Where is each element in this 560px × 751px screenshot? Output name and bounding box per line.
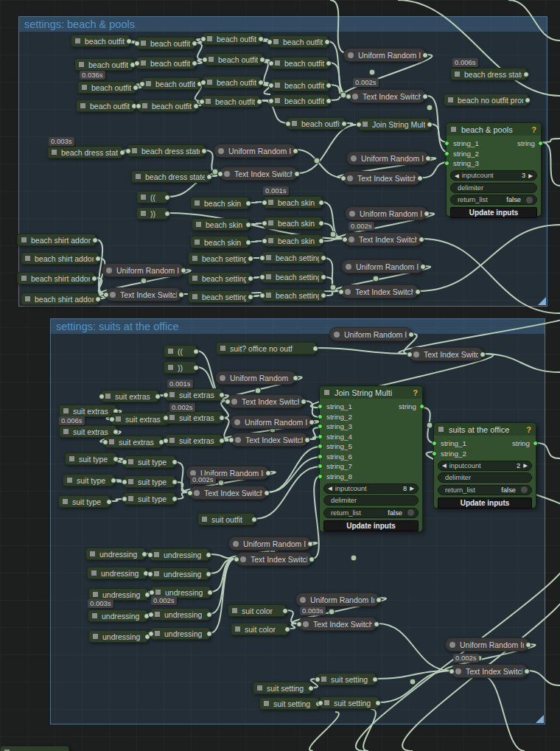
collapse-box-icon[interactable] (324, 700, 329, 705)
collapse-box-icon[interactable] (63, 499, 68, 504)
suit-type-node[interactable]: suit type (124, 492, 175, 505)
input-dot[interactable] (134, 41, 140, 46)
collapse-box-icon[interactable] (128, 496, 133, 501)
beach-outfit-node[interactable]: beach outfit (287, 117, 345, 130)
text-index-switch-node[interactable]: Text Index Switch (231, 433, 308, 447)
reroute-dot[interactable] (218, 480, 224, 486)
suit-type-node[interactable]: suit type (124, 455, 175, 468)
input-dot[interactable] (338, 289, 344, 295)
input-dot[interactable] (187, 490, 193, 496)
output-dot[interactable] (312, 346, 318, 352)
collapse-box-icon[interactable] (206, 99, 211, 104)
output-dot[interactable] (525, 97, 531, 103)
collapse-dot-icon[interactable] (300, 597, 306, 603)
output-dot[interactable] (192, 60, 197, 66)
increment-arrow-icon[interactable]: ▶ (523, 462, 528, 469)
collapse-box-icon[interactable] (363, 122, 368, 127)
output-dot[interactable] (480, 352, 486, 357)
beach-setting-node[interactable]: beach setting (262, 289, 324, 301)
collapse-box-icon[interactable] (455, 71, 460, 77)
suit-extras-node[interactable]: suit extras (111, 413, 169, 425)
undressing-node[interactable]: undressing (87, 567, 147, 579)
output-dot[interactable] (95, 256, 101, 262)
collapse-box-icon[interactable] (168, 349, 173, 354)
collapse-dot-icon[interactable] (220, 375, 225, 381)
reroute-dot[interactable] (330, 231, 336, 237)
collapse-dot-icon[interactable] (334, 332, 340, 338)
beach-outfit-node[interactable]: beach outfit (270, 57, 329, 69)
undressing-node[interactable]: undressing (150, 608, 210, 621)
collapse-dot-icon[interactable] (351, 156, 357, 161)
collapse-box-icon[interactable] (25, 296, 30, 301)
collapse-dot-icon[interactable] (449, 642, 455, 648)
suit-office-no-outf-node[interactable]: suit? office no outf (216, 342, 316, 354)
inputcount-widget[interactable]: ◀inputcount2▶ (438, 461, 532, 471)
input-dot[interactable] (147, 571, 153, 577)
output-dot[interactable] (219, 415, 225, 421)
input-dot[interactable] (163, 392, 169, 398)
suit-setting-node[interactable]: suit setting (259, 697, 319, 710)
output-dot[interactable] (321, 255, 326, 261)
input-dot[interactable] (149, 590, 155, 595)
output-dot[interactable] (219, 438, 225, 444)
output-dot[interactable] (422, 52, 428, 58)
beach-outfit-node[interactable]: beach outfit (71, 35, 130, 47)
output-dot[interactable] (419, 404, 424, 409)
beach-outfit-node[interactable]: beach outfit (270, 79, 329, 91)
input-dot[interactable] (99, 394, 105, 399)
output-dot[interactable] (181, 268, 186, 273)
output-dot[interactable] (533, 441, 538, 446)
input-dot[interactable] (163, 415, 169, 421)
uniform-random-int-node[interactable]: Uniform Random Int (228, 537, 311, 551)
beach-skin-node[interactable]: beach skin (190, 236, 249, 248)
collapse-dot-icon[interactable] (234, 419, 240, 425)
input-dot[interactable] (125, 148, 131, 154)
output-dot[interactable] (376, 597, 382, 603)
collapse-box-icon[interactable] (438, 427, 444, 432)
input-dot[interactable] (259, 293, 265, 298)
collapse-box-icon[interactable] (141, 211, 146, 216)
update-inputs-button[interactable]: Update inputs (323, 520, 419, 531)
input-dot[interactable] (103, 292, 109, 298)
collapse-box-icon[interactable] (69, 456, 74, 461)
beach-dress-state-node[interactable]: beach dress state (131, 170, 210, 183)
collapse-box-icon[interactable] (155, 590, 161, 595)
input-dot[interactable] (296, 621, 302, 627)
input-dot[interactable] (228, 437, 234, 443)
input-dot[interactable] (318, 444, 323, 449)
close-paren-node[interactable]: )) (136, 207, 168, 220)
undressing-node[interactable]: undressing (150, 548, 209, 561)
collapse-box-icon[interactable] (321, 677, 326, 682)
collapse-box-icon[interactable] (275, 83, 280, 88)
update-inputs-button[interactable]: Update inputs (438, 497, 532, 509)
beach-dress-state-node[interactable]: beach dress state (47, 146, 123, 158)
beach-skin-node[interactable]: beach skin (264, 234, 322, 247)
collapse-box-icon[interactable] (196, 222, 201, 227)
uniform-random-int-node[interactable]: Uniform Random Int (329, 327, 412, 341)
suit-extras-node[interactable]: suit extras (165, 434, 223, 447)
collapse-box-icon[interactable] (132, 148, 137, 153)
collapse-box-icon[interactable] (207, 80, 212, 85)
collapse-dot-icon[interactable] (347, 175, 353, 181)
input-dot[interactable] (225, 399, 231, 405)
suit-type-node[interactable]: suit type (124, 475, 175, 488)
output-dot[interactable] (425, 156, 431, 161)
output-dot[interactable] (172, 496, 178, 502)
text-index-switch-node[interactable]: Text Index Switch (236, 552, 312, 566)
collapse-box-icon[interactable] (142, 103, 147, 108)
delimiter-widget[interactable]: delimiter (438, 472, 532, 483)
collapse-box-icon[interactable] (451, 127, 456, 132)
collapse-box-icon[interactable] (232, 608, 237, 613)
collapse-dot-icon[interactable] (233, 541, 239, 547)
beach-outfit-node[interactable]: beach outfit (269, 35, 328, 48)
output-dot[interactable] (318, 220, 324, 226)
input-dot[interactable] (163, 438, 169, 444)
input-dot[interactable] (342, 237, 348, 242)
collapse-box-icon[interactable] (169, 392, 175, 397)
collapse-dot-icon[interactable] (110, 292, 116, 298)
suit-extras-node[interactable]: suit extras (59, 405, 116, 417)
input-dot[interactable] (122, 496, 127, 502)
text-index-switch-node[interactable]: Text Index Switch (220, 167, 298, 181)
output-dot[interactable] (245, 200, 251, 206)
text-index-switch-node[interactable]: Text Index Switch (227, 394, 304, 408)
